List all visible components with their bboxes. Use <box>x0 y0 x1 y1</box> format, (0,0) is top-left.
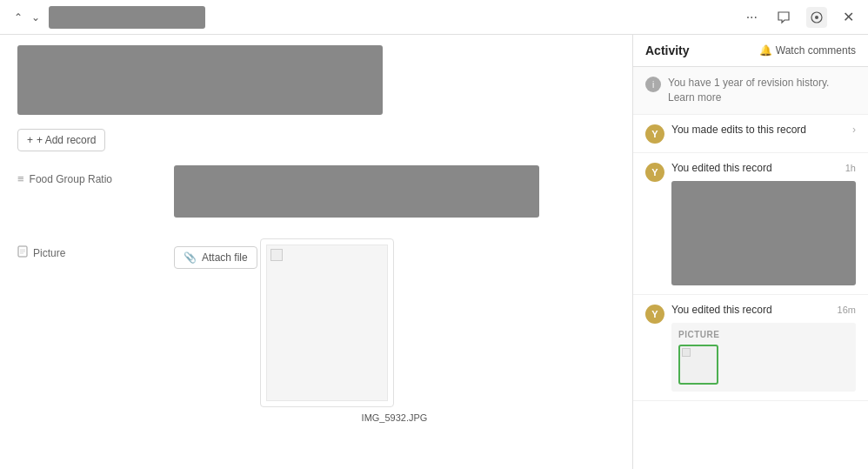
picture-preview-container: PICTURE <box>671 323 856 392</box>
activity-item-1-row: You edited this record 1h <box>671 162 856 174</box>
top-bar: ⌃ ⌄ ··· ✕ <box>0 0 868 35</box>
picture-preview-thumb <box>678 345 718 385</box>
top-field-content: + + Add record <box>17 45 615 151</box>
plus-icon: + <box>27 134 33 146</box>
top-bar-right: ··· ✕ <box>743 5 858 29</box>
top-gray-block <box>17 45 383 115</box>
activity-sidebar: Activity 🔔 Watch comments i You have 1 y… <box>633 35 868 469</box>
food-group-ratio-row: ≡ Food Group Ratio <box>17 165 615 224</box>
image-thumb-inner <box>270 249 283 261</box>
activity-header: Activity 🔔 Watch comments <box>633 35 868 67</box>
avatar-0: Y <box>645 124 664 144</box>
next-record-button[interactable]: ⌄ <box>28 10 43 25</box>
file-icon <box>17 245 28 258</box>
activity-item-1-preview <box>671 181 856 285</box>
chevron-right-icon-0: › <box>852 124 856 136</box>
activity-item-2-content: You edited this record 16m PICTURE <box>671 304 856 392</box>
watch-comments-label: Watch comments <box>776 44 856 57</box>
food-group-ratio-label-text: Food Group Ratio <box>30 173 112 185</box>
picture-label-text: Picture <box>33 247 65 259</box>
activity-item-2: Y You edited this record 16m PICTURE <box>633 295 868 401</box>
activity-item-0-text: You made edits to this record <box>671 124 852 136</box>
attach-file-button[interactable]: 📎 Attach file <box>174 246 257 269</box>
top-field-row: + + Add record <box>17 45 615 151</box>
avatar-2: Y <box>645 305 664 324</box>
more-options-button[interactable]: ··· <box>743 6 761 29</box>
activity-info-row: i You have 1 year of revision history. L… <box>633 67 868 115</box>
comment-button[interactable] <box>773 7 794 28</box>
info-icon: i <box>645 77 661 92</box>
content-area: + + Add record ≡ Food Group Ratio <box>0 35 633 469</box>
activity-item-2-row: You edited this record 16m <box>671 304 856 316</box>
activity-item-2-time: 16m <box>838 305 856 315</box>
activity-item-1: Y You edited this record 1h <box>633 153 868 295</box>
food-group-ratio-content <box>174 165 615 224</box>
main-layout: + + Add record ≡ Food Group Ratio <box>0 35 868 469</box>
food-group-ratio-label: ≡ Food Group Ratio <box>17 165 174 185</box>
paperclip-icon: 📎 <box>184 251 197 264</box>
info-text: You have 1 year of revision history. Lea… <box>668 76 856 105</box>
activity-button[interactable] <box>806 7 827 28</box>
picture-row: Picture 📎 Attach file IMG_5932.JPG <box>17 238 615 423</box>
svg-point-1 <box>815 16 818 19</box>
activity-item-0-content: You made edits to this record › <box>671 124 856 136</box>
activity-title: Activity <box>645 44 690 57</box>
picture-label: Picture <box>17 238 174 260</box>
bell-icon: 🔔 <box>759 44 772 57</box>
record-title-bar <box>49 6 205 29</box>
prev-record-button[interactable]: ⌃ <box>10 10 26 25</box>
activity-item-2-text: You edited this record <box>671 304 838 316</box>
activity-item-0[interactable]: Y You made edits to this record › <box>633 115 868 153</box>
picture-preview-label: PICTURE <box>678 330 849 339</box>
activity-icon <box>810 10 824 24</box>
activity-item-1-time: 1h <box>845 163 856 173</box>
add-record-button[interactable]: + + Add record <box>17 129 105 151</box>
nav-arrows: ⌃ ⌄ <box>10 10 43 25</box>
activity-item-1-content: You edited this record 1h <box>671 162 856 285</box>
comment-icon <box>777 10 791 24</box>
close-button[interactable]: ✕ <box>839 5 858 29</box>
image-thumb[interactable] <box>266 245 388 401</box>
activity-item-0-row: You made edits to this record › <box>671 124 856 136</box>
picture-field-icon <box>17 245 28 260</box>
image-thumb-wrapper <box>260 238 394 407</box>
image-filename: IMG_5932.JPG <box>174 412 615 423</box>
activity-list: i You have 1 year of revision history. L… <box>633 67 868 469</box>
food-group-ratio-icon: ≡ <box>17 172 24 185</box>
picture-thumb-inner <box>682 348 691 357</box>
top-bar-left: ⌃ ⌄ <box>10 6 205 29</box>
avatar-1: Y <box>645 163 664 182</box>
watch-comments-button[interactable]: 🔔 Watch comments <box>759 44 856 57</box>
app-container: ⌃ ⌄ ··· ✕ <box>0 0 868 469</box>
attach-file-label: Attach file <box>202 251 248 264</box>
activity-item-1-text: You edited this record <box>671 162 845 174</box>
food-group-ratio-block <box>174 165 539 218</box>
picture-content: 📎 Attach file IMG_5932.JPG <box>174 238 615 423</box>
add-record-label: + Add record <box>37 134 96 146</box>
